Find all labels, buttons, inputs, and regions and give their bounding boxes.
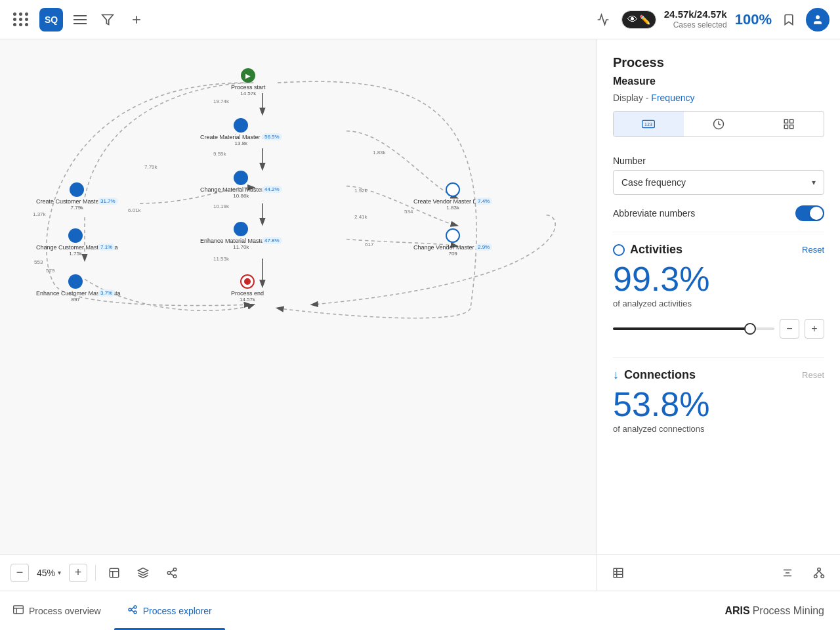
node-change-vendor[interactable]: Change Vendor Master Data 2.9% 709 [413, 228, 492, 257]
node-process-start[interactable]: ▶ Process start 14.57k [231, 68, 266, 96]
activities-header: Activities Reset [613, 243, 824, 257]
tab-clock[interactable] [684, 112, 754, 136]
eye-edit-button[interactable]: 👁 ✏️ [621, 10, 656, 29]
nav-process-overview[interactable]: Process overview [0, 591, 114, 630]
display-label: Display [613, 93, 643, 103]
svg-rect-21 [789, 125, 793, 129]
activities-title: Activities [630, 243, 682, 257]
node-value: 14.57k [240, 91, 256, 96]
node-label: Change Customer Master Data [36, 244, 95, 251]
svg-line-33 [819, 571, 822, 575]
node-enhance-customer[interactable]: Enhance Customer Master Data 3.7% 897 [36, 274, 115, 303]
node-value: 10.86k [233, 193, 249, 199]
abbreviate-label: Abbreviate numbers [613, 208, 695, 219]
node-create-customer[interactable]: Create Customer Master Data 31.7% 7.79k [36, 182, 118, 211]
filter-icon[interactable] [97, 9, 118, 30]
node-label: Enhance Customer Master Data [36, 290, 95, 297]
node-enhance-material[interactable]: Enhance Material Master Data 47.8% 11.70… [200, 222, 282, 250]
svg-point-11 [167, 571, 171, 574]
topbar-left: SQ [10, 8, 585, 32]
node-label: Change Vendor Master Data [413, 244, 472, 251]
fit-view-button[interactable] [104, 562, 125, 583]
connections-sub-label: of analyzed connections [613, 424, 824, 434]
canvas-area[interactable]: ▶ Process start 14.57k Create Material M… [0, 39, 597, 591]
slider-decrease-button[interactable]: − [780, 319, 799, 339]
node-value: 1.83k [446, 205, 459, 211]
zoom-out-button[interactable]: − [10, 564, 29, 582]
toolbar-separator [95, 565, 96, 581]
node-value: 709 [448, 251, 457, 257]
node-badge: 2.9% [475, 243, 492, 251]
svg-text:123: 123 [644, 122, 652, 127]
edge-value: 7.79k [144, 164, 158, 170]
node-label: Create Material Master Data [200, 134, 259, 140]
tab-grid[interactable] [753, 112, 824, 136]
panel-title: Process [613, 55, 824, 70]
edge-value: 6.01k [128, 207, 141, 213]
cases-fraction: 24.57k/24.57k [664, 8, 727, 21]
activities-section: Activities Reset 99.3% of analyzed activ… [613, 232, 824, 339]
node-create-material[interactable]: Create Material Master Data 56.5% 13.8k [200, 118, 282, 146]
tab-number[interactable]: 123 [614, 112, 684, 136]
topbar: SQ 👁 ✏️ 24.57k/24.57k Cases selected 100… [0, 0, 840, 39]
number-select[interactable]: Case frequency ▾ [613, 170, 824, 195]
node-badge: 44.2% [262, 186, 282, 193]
abbreviate-toggle[interactable] [795, 205, 824, 221]
app-logo[interactable]: SQ [39, 8, 63, 32]
node-change-customer[interactable]: Change Customer Master Data 7.1% 1.75k [36, 228, 115, 257]
edge-value: 1.83k [373, 150, 386, 156]
svg-line-40 [131, 607, 134, 609]
measure-title: Measure [613, 75, 824, 87]
frequency-link[interactable]: Frequency [651, 93, 694, 103]
canvas-toolbar: − 45% ▾ + [0, 554, 597, 591]
analytics-icon[interactable] [593, 9, 614, 30]
process-mining-text: Process Mining [753, 605, 824, 617]
svg-point-37 [129, 608, 131, 611]
svg-point-30 [814, 575, 818, 578]
node-process-end[interactable]: Process end 14.57k [231, 274, 264, 303]
bottom-nav: Process overview Process explorer ARIS P… [0, 591, 840, 630]
nav-process-explorer[interactable]: Process explorer [114, 591, 225, 630]
activities-reset-button[interactable]: Reset [802, 245, 824, 255]
toggle-knob [810, 207, 823, 220]
edge-value: 10.19k [213, 203, 229, 209]
right-panel: Process Measure Display - Frequency 123 [597, 39, 840, 591]
edge-value: 534 [404, 209, 413, 215]
layers-button[interactable] [133, 562, 154, 583]
grid-icon [783, 118, 795, 130]
share-button[interactable] [161, 562, 182, 583]
panel-table-icon[interactable] [608, 562, 629, 583]
zoom-caret-icon: ▾ [58, 569, 61, 576]
canvas-svg [0, 39, 597, 591]
zoom-display[interactable]: 45% ▾ [37, 568, 61, 578]
activities-slider-row: − + [613, 319, 824, 339]
zoom-in-button[interactable]: + [69, 564, 87, 582]
panel-settings-icon[interactable] [777, 562, 798, 583]
node-badge: 3.7% [98, 289, 115, 297]
measure-tabs: 123 [613, 111, 824, 137]
bookmark-icon[interactable] [780, 10, 798, 29]
right-panel-body[interactable]: Measure Display - Frequency 123 [597, 75, 840, 554]
add-icon[interactable] [126, 9, 147, 30]
nav-process-overview-label: Process overview [29, 606, 101, 616]
number-icon: 123 [642, 119, 655, 129]
svg-point-29 [818, 568, 821, 571]
activities-circle-icon [613, 244, 625, 256]
edge-value: 579 [46, 268, 54, 274]
hamburger-icon[interactable] [71, 12, 89, 27]
node-create-vendor[interactable]: Create Vendor Master Data 7.4% 1.83k [413, 182, 492, 211]
node-icon [70, 182, 84, 197]
edge-value: 11.53k [213, 256, 229, 262]
edge-value: 19.74k [213, 98, 229, 104]
activities-slider[interactable] [613, 327, 774, 330]
node-label: Create Customer Master Data [36, 198, 95, 205]
slider-increase-button[interactable]: + [805, 319, 824, 339]
process-explorer-icon [127, 605, 138, 617]
dots-grid-icon[interactable] [10, 10, 32, 29]
panel-network-icon[interactable] [808, 562, 830, 583]
user-avatar[interactable] [806, 8, 830, 32]
measure-display: Display - Frequency [613, 93, 824, 103]
activities-sub-label: of analyzed activities [613, 299, 824, 308]
node-change-material[interactable]: Change Material Master Data 44.2% 10.86k [200, 171, 282, 199]
node-value: 1.75k [69, 251, 82, 257]
